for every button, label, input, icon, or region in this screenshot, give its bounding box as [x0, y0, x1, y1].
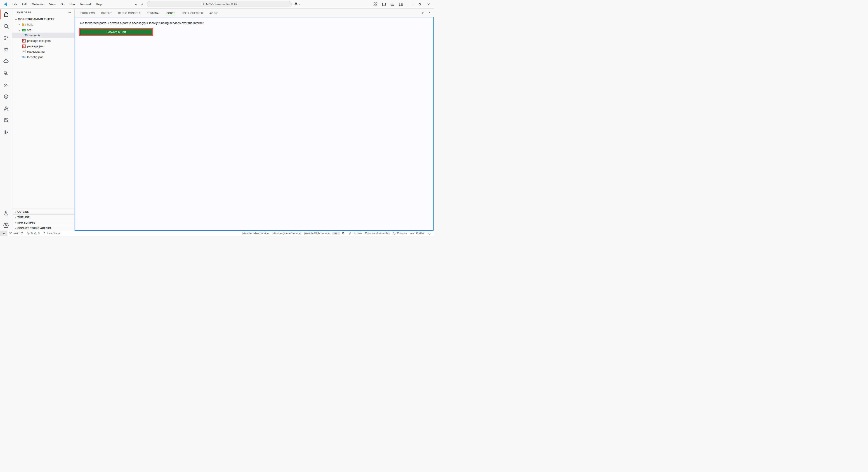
tree-item-label: build — [27, 23, 33, 26]
tree-item-package-json[interactable]: n package.json — [12, 43, 74, 49]
menu-edit[interactable]: Edit — [20, 2, 29, 7]
tree-item-readme[interactable]: M↓ README.md — [12, 49, 74, 54]
nav-forward-icon[interactable] — [140, 2, 145, 6]
activity-power-platform[interactable] — [0, 67, 12, 79]
vscode-logo-icon — [3, 2, 8, 6]
zoom-in-icon — [334, 232, 338, 235]
copilot-button[interactable]: ∨ — [294, 2, 301, 6]
more-actions-icon[interactable]: ⋯ — [68, 10, 71, 14]
puzzle-icon — [3, 59, 9, 64]
chevron-right-icon: › — [14, 211, 18, 213]
explorer-sidebar: EXPLORER ⋯ ⌄ MCP-STREAMABLE-HTTP › build… — [12, 8, 74, 230]
activity-explorer[interactable] — [0, 8, 12, 20]
colorize-variables-status[interactable]: Colorize: 0 variables — [364, 232, 391, 235]
restore-icon[interactable] — [418, 3, 421, 6]
tab-problems[interactable]: PROBLEMS — [81, 9, 95, 16]
close-window-icon[interactable]: ✕ — [427, 2, 430, 6]
copilot-status[interactable] — [340, 231, 346, 235]
branch-icon — [9, 232, 12, 235]
error-count: 0 — [31, 232, 33, 235]
folder-src-icon — [22, 28, 26, 32]
copilot-chevron-icon: ∨ — [299, 3, 301, 6]
toggle-primary-sidebar-icon[interactable] — [382, 2, 386, 6]
activity-search[interactable] — [0, 20, 12, 32]
section-copilot-studio-agents[interactable]: › COPILOT STUDIO AGENTS — [12, 225, 74, 230]
problems-status[interactable]: 0 0 — [25, 230, 41, 236]
tree-item-build[interactable]: › build — [12, 22, 74, 27]
tab-spell-checker[interactable]: SPELL CHECKER — [182, 9, 203, 16]
tree-root-folder[interactable]: ⌄ MCP-STREAMABLE-HTTP — [12, 16, 74, 22]
menu-run[interactable]: Run — [67, 2, 77, 7]
tree-item-tsconfig[interactable]: TS tsconfig.json — [12, 54, 74, 60]
azurite-table-status[interactable]: [Azurite Table Service] — [241, 232, 271, 235]
menu-file[interactable]: File — [10, 2, 19, 7]
close-panel-icon[interactable]: ✕ — [428, 11, 431, 14]
tree-item-package-lock[interactable]: n package-lock.json — [12, 38, 74, 43]
activity-copilot-studio[interactable] — [0, 115, 12, 126]
menu-view[interactable]: View — [47, 2, 58, 7]
remote-icon: >< — [2, 232, 5, 234]
toggle-panel-icon[interactable] — [391, 2, 395, 6]
tree-item-label: package.json — [27, 44, 44, 48]
activity-source-control[interactable] — [0, 32, 12, 44]
notifications-button[interactable] — [426, 232, 433, 235]
menu-help[interactable]: Help — [94, 2, 104, 7]
colorize-status[interactable]: Colorize — [391, 232, 408, 235]
chevron-right-icon: › — [14, 227, 18, 229]
remote-indicator[interactable]: >< — [0, 230, 7, 236]
search-value: MCP-Streamable-HTTP — [206, 2, 237, 6]
tab-output[interactable]: OUTPUT — [101, 9, 112, 16]
activity-power-fx[interactable] — [0, 126, 12, 138]
prettier-status[interactable]: Prettier — [408, 232, 426, 235]
menu-go[interactable]: Go — [59, 2, 66, 7]
status-bar: >< main 0 0 Live Share [Azurite Table Se… — [0, 230, 434, 236]
zoom-indicator[interactable] — [332, 232, 340, 235]
activity-extensions[interactable] — [0, 56, 12, 67]
activity-run-debug[interactable] — [0, 44, 12, 56]
npm-icon: n — [22, 39, 26, 42]
live-share-icon — [43, 232, 46, 235]
menu-terminal[interactable]: Terminal — [78, 2, 93, 7]
double-check-icon — [410, 232, 415, 235]
activity-azure[interactable] — [0, 103, 12, 115]
branch-status[interactable]: main — [7, 230, 25, 236]
tree-item-label: tsconfig.json — [27, 55, 43, 59]
activity-dataverse[interactable] — [0, 79, 12, 91]
tab-ports[interactable]: PORTS — [166, 9, 175, 16]
folder-build-icon — [22, 23, 26, 26]
go-live-status[interactable]: Go Live — [346, 232, 363, 235]
section-label: OUTLINE — [18, 211, 29, 213]
section-label: TIMELINE — [18, 216, 30, 219]
section-timeline[interactable]: › TIMELINE — [12, 214, 74, 220]
ports-view: No forwarded ports. Forward a port to ac… — [74, 17, 434, 230]
activity-bar-spacer — [0, 138, 12, 207]
search-icon — [3, 23, 9, 29]
settings-button[interactable] — [0, 219, 12, 230]
bug-icon — [3, 47, 9, 53]
nav-back-icon[interactable] — [133, 2, 138, 6]
toggle-secondary-sidebar-icon[interactable] — [399, 2, 403, 6]
tree-item-server-ts[interactable]: TS server.ts — [12, 33, 74, 38]
tab-debug-console[interactable]: DEBUG CONSOLE — [118, 9, 141, 16]
azurite-blob-status[interactable]: [Azurite Blob Service] — [303, 232, 332, 235]
tab-azure[interactable]: AZURE — [209, 9, 218, 16]
command-center-search[interactable]: MCP-Streamable-HTTP — [147, 1, 291, 7]
fin-icon — [3, 129, 9, 135]
activity-checker[interactable] — [0, 91, 12, 103]
menu-selection[interactable]: Selection — [30, 2, 46, 7]
section-npm-scripts[interactable]: › NPM SCRIPTS — [12, 220, 74, 225]
copilot-icon — [341, 231, 345, 235]
tree-item-src[interactable]: ⌄ src — [12, 27, 74, 33]
customize-layout-icon[interactable] — [373, 2, 377, 6]
minimize-icon[interactable] — [410, 4, 412, 4]
live-share-status[interactable]: Live Share — [41, 230, 61, 236]
prettier-label: Prettier — [416, 232, 425, 235]
hide-panel-icon[interactable]: ∨ — [422, 11, 424, 14]
root-folder-label: MCP-STREAMABLE-HTTP — [18, 18, 55, 21]
section-outline[interactable]: › OUTLINE — [12, 209, 74, 214]
typescript-config-icon: TS — [22, 56, 26, 58]
account-button[interactable] — [0, 207, 12, 219]
tab-terminal[interactable]: TERMINAL — [147, 9, 160, 16]
forward-port-button[interactable]: Forward a Port — [80, 29, 152, 35]
azurite-queue-status[interactable]: [Azurite Queue Service] — [271, 232, 303, 235]
